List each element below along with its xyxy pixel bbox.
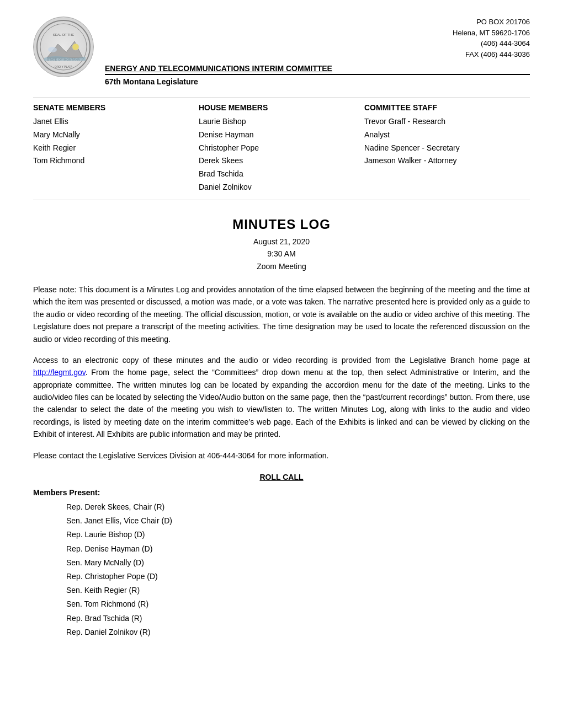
svg-text:ORO Y PLATA: ORO Y PLATA: [55, 65, 73, 68]
list-item: Derek Skees: [199, 154, 353, 168]
list-item: Nadine Spencer - Secretary: [364, 142, 519, 155]
list-item: Trevor Graff - Research: [364, 115, 519, 129]
list-item: Tom Richmond: [33, 154, 188, 168]
minutes-log-location: Zoom Meeting: [33, 260, 530, 272]
list-item: Rep. Daniel Zolnikov (R): [66, 625, 530, 639]
legmt-link[interactable]: http://legmt.gov: [33, 368, 86, 377]
body-paragraph-2: Access to an electronic copy of these mi…: [33, 354, 530, 441]
list-item: Rep. Denise Hayman (D): [66, 542, 530, 556]
list-item: Mary McNally: [33, 129, 188, 142]
address-line2: Helena, MT 59620-1706: [105, 28, 530, 39]
list-item: Sen. Keith Regier (R): [66, 584, 530, 597]
svg-text:SEAL OF THE: SEAL OF THE: [53, 33, 75, 36]
list-item: Rep. Laurie Bishop (D): [66, 528, 530, 542]
body-para2-part2: . From the home page, select the “Commit…: [33, 368, 530, 438]
body-paragraph-3: Please contact the Legislative Services …: [33, 449, 530, 462]
list-item: Daniel Zolnikov: [199, 181, 353, 194]
members-section: SENATE MEMBERS Janet Ellis Mary McNally …: [33, 97, 530, 200]
house-members-column: HOUSE MEMBERS Laurie Bishop Denise Hayma…: [199, 103, 364, 194]
list-item: Christopher Pope: [199, 142, 353, 155]
list-item: Rep. Christopher Pope (D): [66, 570, 530, 584]
committee-staff-list: Trevor Graff - Research Analyst Nadine S…: [364, 115, 519, 168]
committee-staff-header: COMMITTEE STAFF: [364, 103, 519, 112]
committee-staff-column: COMMITTEE STAFF Trevor Graff - Research …: [364, 103, 530, 194]
list-item: Rep. Brad Tschida (R): [66, 612, 530, 625]
list-item: Denise Hayman: [199, 129, 353, 142]
address-line3: (406) 444-3064: [105, 38, 530, 49]
header-info: PO BOX 201706 Helena, MT 59620-1706 (406…: [105, 17, 530, 86]
list-item: Sen. Mary McNally (D): [66, 556, 530, 570]
list-item: Rep. Derek Skees, Chair (R): [66, 500, 530, 514]
list-item: Laurie Bishop: [199, 115, 353, 129]
legislature-subtitle: 67th Montana Legislature: [105, 77, 530, 86]
list-item: Sen. Janet Ellis, Vice Chair (D): [66, 514, 530, 528]
body-paragraph-1: Please note: This document is a Minutes …: [33, 283, 530, 345]
page-header: SEAL OF THE STATE OF MONTANA ORO Y PLATA…: [33, 17, 530, 86]
list-item: Analyst: [364, 129, 519, 142]
svg-point-1: [40, 24, 87, 70]
address-line4: FAX (406) 444-3036: [105, 49, 530, 60]
body-para2-part1: Access to an electronic copy of these mi…: [33, 356, 530, 365]
minutes-log-title: MINUTES LOG: [33, 217, 530, 232]
address-line1: PO BOX 201706: [105, 17, 530, 28]
members-present-list: Rep. Derek Skees, Chair (R) Sen. Janet E…: [33, 500, 530, 639]
list-item: Sen. Tom Richmond (R): [66, 597, 530, 611]
members-present-label: Members Present:: [33, 488, 530, 497]
state-seal: SEAL OF THE STATE OF MONTANA ORO Y PLATA: [33, 17, 94, 77]
senate-members-list: Janet Ellis Mary McNally Keith Regier To…: [33, 115, 188, 168]
address-block: PO BOX 201706 Helena, MT 59620-1706 (406…: [105, 17, 530, 60]
list-item: Brad Tschida: [199, 168, 353, 181]
senate-members-header: SENATE MEMBERS: [33, 103, 188, 112]
minutes-log-section: MINUTES LOG August 21, 2020 9:30 AM Zoom…: [33, 217, 530, 272]
house-members-list: Laurie Bishop Denise Hayman Christopher …: [199, 115, 353, 194]
svg-point-6: [72, 44, 79, 50]
minutes-log-date: August 21, 2020: [33, 235, 530, 248]
house-members-header: HOUSE MEMBERS: [199, 103, 353, 112]
committee-title: ENERGY AND TELECOMMUNICATIONS INTERIM CO…: [105, 64, 530, 75]
minutes-log-time: 9:30 AM: [33, 248, 530, 260]
list-item: Janet Ellis: [33, 115, 188, 129]
roll-call-section: ROLL CALL Members Present: Rep. Derek Sk…: [33, 473, 530, 639]
roll-call-title: ROLL CALL: [33, 473, 530, 481]
list-item: Jameson Walker - Attorney: [364, 154, 519, 168]
senate-members-column: SENATE MEMBERS Janet Ellis Mary McNally …: [33, 103, 199, 194]
list-item: Keith Regier: [33, 142, 188, 155]
svg-point-5: [48, 47, 57, 52]
